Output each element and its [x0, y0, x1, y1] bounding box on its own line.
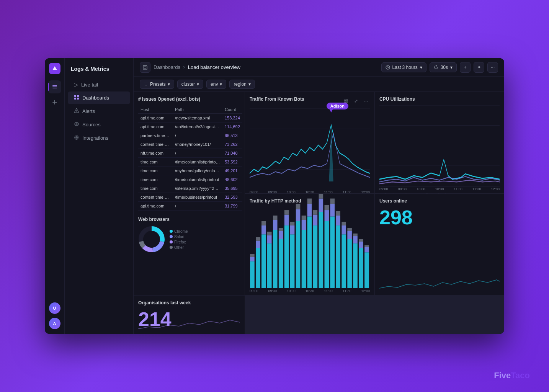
filter-bar: Presets ▾ cluster ▾ env ▾ region ▾ [134, 77, 504, 92]
cell-count: 153,324 [222, 114, 242, 122]
svg-rect-36 [256, 237, 260, 240]
cell-path: /news-sitemap.xml [173, 114, 222, 122]
http-method-panel: Traffic by HTTP method 09:00 09:30 10:00… [245, 194, 374, 295]
nav-item-alerts[interactable]: Alerts [68, 105, 130, 118]
cell-count: 71,048 [222, 149, 242, 158]
svg-rect-85 [353, 243, 358, 288]
svg-rect-87 [353, 234, 358, 236]
svg-rect-14 [144, 65, 146, 67]
time-range-btn[interactable]: Last 3 hours ▾ [381, 62, 426, 72]
donut-container: Chrome Safari Firefox Other [138, 226, 240, 253]
legend-get: GET [250, 294, 262, 295]
cell-host: time.com [138, 158, 173, 167]
sidebar-icon-menu[interactable] [48, 80, 61, 93]
env-filter[interactable]: env ▾ [206, 80, 226, 89]
avatar-user2[interactable]: A [49, 318, 60, 329]
cell-path: /api/internal/v2/ingester-muta... [173, 122, 222, 131]
cell-path: /myhome/gallery/enlarged/pr... [173, 167, 222, 175]
svg-rect-46 [279, 239, 283, 288]
svg-rect-52 [290, 234, 295, 288]
app-title: Logs & Metrics [65, 63, 133, 78]
main-content: Dashboards > Load balancer overview Last… [134, 58, 504, 334]
cpu-title: CPU Utilizations [379, 96, 500, 102]
traffic-bots-chart [250, 109, 370, 189]
table-row: api.time.com / 31,799 [138, 202, 242, 211]
svg-rect-66 [313, 210, 318, 215]
svg-rect-37 [261, 234, 266, 288]
svg-rect-89 [359, 242, 363, 248]
more-icon[interactable]: ··· [362, 97, 370, 105]
nav-item-dashboards[interactable]: Dashboards [68, 91, 130, 104]
presets-filter[interactable]: Presets ▾ [140, 80, 174, 89]
svg-rect-60 [302, 216, 306, 220]
users-online-panel: Users online 298 [375, 194, 504, 295]
svg-rect-79 [341, 234, 346, 288]
cell-path: /time/business/printout [173, 193, 222, 202]
cpu-chart [379, 106, 500, 186]
nav-item-live-tail[interactable]: ▷ Live tail [68, 78, 130, 91]
svg-rect-41 [267, 235, 272, 243]
col-count: Count [222, 106, 242, 114]
orgs-panel: Organisations last week 214 [134, 296, 245, 334]
legend-post: POST [266, 294, 281, 295]
svg-point-9 [74, 137, 76, 138]
nav-sidebar: Logs & Metrics ▷ Live tail Dashboards [65, 58, 134, 334]
traffic-bots-panel: Traffic From Known Bots ⛓ ⤢ ··· [245, 92, 374, 193]
region-filter[interactable]: region ▾ [229, 80, 255, 89]
svg-rect-68 [319, 199, 324, 212]
refresh-btn[interactable]: 30s ▾ [430, 62, 457, 72]
svg-rect-82 [347, 239, 352, 288]
header: Dashboards > Load balancer overview Last… [134, 58, 504, 77]
svg-rect-0 [52, 85, 57, 86]
cell-count: 35,695 [222, 184, 242, 193]
cell-path: /sitemap.xml?yyyy=2023&mm... [173, 184, 222, 193]
star-btn[interactable]: ✦ [474, 62, 484, 73]
svg-rect-92 [364, 247, 369, 252]
expand-icon[interactable]: ⤢ [352, 97, 360, 105]
legend-patch: PATCH [285, 294, 302, 295]
svg-point-10 [77, 137, 79, 138]
branding: FiveTaco [494, 371, 530, 381]
table-panel-title: # Issues Opened (excl. bots) [138, 96, 240, 102]
avatar-user1[interactable]: U [49, 302, 60, 314]
col-host: Host [138, 106, 173, 114]
alerts-icon [74, 108, 79, 114]
app-logo[interactable] [49, 63, 60, 74]
svg-rect-38 [261, 225, 266, 234]
nav-item-sources[interactable]: Sources [68, 118, 130, 131]
svg-rect-58 [302, 230, 306, 288]
sidebar-icon-plus[interactable] [48, 96, 61, 109]
header-save-btn[interactable] [140, 62, 150, 73]
cluster-filter[interactable]: cluster ▾ [177, 80, 203, 89]
svg-rect-75 [330, 199, 335, 204]
svg-rect-13 [144, 68, 146, 69]
more-btn[interactable]: ··· [487, 62, 498, 73]
cell-host: time.com [138, 175, 173, 184]
table-row: api.time.com /api/internal/v2/ingester-m… [138, 122, 242, 131]
svg-rect-3 [74, 95, 76, 97]
svg-rect-70 [325, 221, 329, 288]
svg-rect-72 [325, 205, 329, 210]
cell-host: time.com [138, 167, 173, 175]
svg-rect-71 [325, 210, 329, 221]
add-panel-btn[interactable]: + [460, 62, 471, 73]
svg-rect-39 [261, 221, 266, 225]
table-row: time.com /time/columnlist/printout 48,60… [138, 175, 242, 184]
cell-path: /money/money101/ [173, 140, 222, 149]
breadcrumb-parent[interactable]: Dashboards [154, 64, 180, 70]
svg-rect-67 [319, 212, 324, 288]
cell-host: content.time.com [138, 140, 173, 149]
svg-rect-74 [330, 204, 335, 217]
svg-rect-6 [77, 98, 79, 100]
svg-rect-4 [77, 95, 79, 97]
cell-path: /time/columnlist/printout/ [173, 158, 222, 167]
table-row: time.com /myhome/gallery/enlarged/pr... … [138, 167, 242, 175]
cell-host: api.time.com [138, 122, 173, 131]
svg-rect-35 [256, 241, 260, 248]
svg-rect-63 [307, 199, 312, 204]
cell-count: 53,592 [222, 158, 242, 167]
svg-rect-32 [250, 257, 255, 261]
nav-item-integrations[interactable]: Integrations [68, 132, 130, 144]
svg-rect-50 [284, 215, 289, 225]
sources-icon [74, 121, 79, 128]
